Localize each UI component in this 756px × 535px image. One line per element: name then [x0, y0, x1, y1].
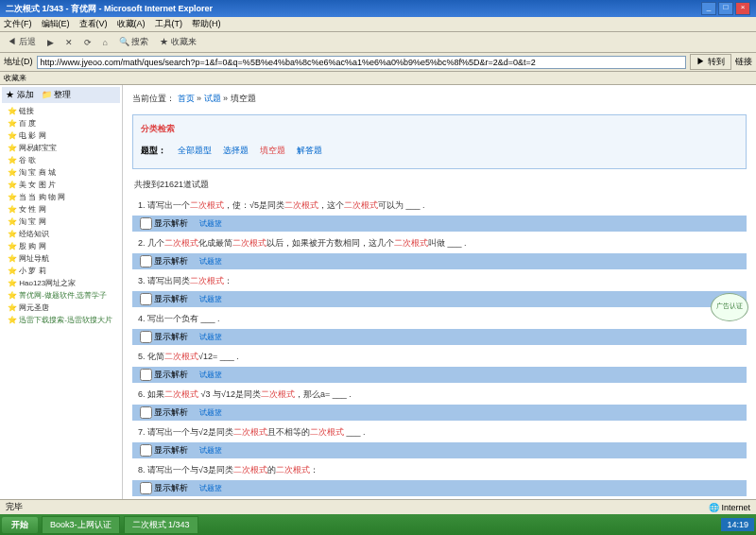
- question-text-4: 4. 写出一个负有 ___ .: [132, 308, 747, 329]
- sidebar-item-0[interactable]: ⭐ 链接: [2, 105, 120, 117]
- sidebar-item-17[interactable]: ⭐ 迅雷下载搜索-迅雷软搜大片: [2, 314, 120, 326]
- toolbar: ◀ 后退 ▶ ✕ ⟳ ⌂ 🔍 搜索 ★ 收藏来: [0, 32, 756, 53]
- menubar: 文件(F) 编辑(E) 查看(V) 收藏(A) 工具(T) 帮助(H): [0, 17, 756, 32]
- sidebar-manage-button[interactable]: 📁 整理: [42, 89, 72, 101]
- filter-label: 题型：: [141, 145, 166, 157]
- sidebar-item-15[interactable]: ⭐ 菁优网-做题软件,选菁学子: [2, 289, 120, 302]
- floating-badge[interactable]: 广告认证: [711, 293, 748, 321]
- start-button[interactable]: 开始: [2, 517, 38, 533]
- add-basket-1[interactable]: 试题篮: [199, 218, 222, 229]
- favorites-sidebar: ★ 添加 📁 整理 ⭐ 链接⭐ 百 度⭐ 电 影 网⭐ 网易邮宝宝⭐ 谷 歌⭐ …: [0, 85, 123, 509]
- minimize-button[interactable]: _: [701, 2, 716, 15]
- menu-edit[interactable]: 编辑(E): [42, 18, 70, 30]
- show-analysis-2[interactable]: 显示解析: [140, 255, 188, 268]
- sidebar-item-3[interactable]: ⭐ 网易邮宝宝: [2, 142, 120, 154]
- question-text-6: 6. 如果二次根式 √3 与√12是同类二次根式，那么a= ___ .: [132, 384, 747, 405]
- menu-file[interactable]: 文件(F): [4, 18, 32, 30]
- sidebar-item-11[interactable]: ⭐ 股 购 网: [2, 240, 120, 252]
- filter-type-0[interactable]: 全部题型: [178, 146, 212, 155]
- sidebar-item-12[interactable]: ⭐ 网址导航: [2, 252, 120, 265]
- show-analysis-4[interactable]: 显示解析: [140, 331, 188, 343]
- show-analysis-8[interactable]: 显示解析: [140, 482, 188, 494]
- question-text-8: 8. 请写出一个与√3是同类二次根式的二次根式：: [132, 459, 747, 480]
- question-text-2: 2. 几个二次根式化成最简二次根式以后，如果被开方数相同，这几个二次根式叫做 _…: [132, 233, 747, 253]
- add-basket-5[interactable]: 试题篮: [199, 370, 222, 380]
- sidebar-item-4[interactable]: ⭐ 谷 歌: [2, 154, 120, 166]
- filter-box: 分类检索 题型： 全部题型选择题填空题解答题: [132, 114, 747, 169]
- search-button[interactable]: 🔍 搜索: [115, 35, 153, 49]
- stop-button[interactable]: ✕: [61, 37, 77, 48]
- refresh-button[interactable]: ⟳: [80, 37, 95, 48]
- maximize-button[interactable]: □: [718, 2, 733, 15]
- forward-button[interactable]: ▶: [43, 37, 58, 48]
- filter-title: 分类检索: [141, 123, 738, 135]
- show-analysis-5[interactable]: 显示解析: [140, 369, 188, 381]
- breadcrumb: 当前位置： 首页 » 试题 » 填空题: [132, 89, 747, 109]
- filter-type-2[interactable]: 填空题: [260, 146, 285, 155]
- menu-tools[interactable]: 工具(T): [155, 18, 183, 30]
- sidebar-item-13[interactable]: ⭐ 小 萝 莉: [2, 265, 120, 277]
- sidebar-item-6[interactable]: ⭐ 美 女 图 片: [2, 179, 120, 191]
- add-basket-6[interactable]: 试题篮: [199, 407, 222, 418]
- links-label[interactable]: 链接: [735, 56, 752, 68]
- tray-clock: 14:19: [727, 520, 748, 529]
- show-analysis-1[interactable]: 显示解析: [140, 217, 188, 230]
- status-zone: 🌐 Internet: [709, 503, 750, 512]
- results-count: 共搜到21621道试题: [132, 175, 747, 195]
- address-label: 地址(D): [4, 56, 33, 68]
- show-analysis-7[interactable]: 显示解析: [140, 444, 188, 457]
- home-button[interactable]: ⌂: [99, 37, 112, 48]
- sidebar-item-8[interactable]: ⭐ 女 性 网: [2, 203, 120, 216]
- question-text-7: 7. 请写出一个与√2是同类二次根式且不相等的二次根式 ___ .: [132, 422, 747, 442]
- crumb-current: 填空题: [231, 94, 256, 103]
- window-title: 二次根式 1/343 - 育优网 - Microsoft Internet Ex…: [6, 3, 213, 15]
- menu-view[interactable]: 查看(V): [79, 18, 108, 30]
- add-basket-8[interactable]: 试题篮: [199, 483, 222, 493]
- sidebar-item-16[interactable]: ⭐ 网元圣唐: [2, 302, 120, 314]
- crumb-questions[interactable]: 试题: [204, 94, 221, 103]
- sidebar-item-7[interactable]: ⭐ 当 当 购 物 网: [2, 191, 120, 203]
- question-text-5: 5. 化简二次根式√12= ___ .: [132, 346, 747, 367]
- menu-favorites[interactable]: 收藏(A): [117, 18, 146, 30]
- close-button[interactable]: ×: [735, 2, 750, 15]
- add-basket-4[interactable]: 试题篮: [199, 332, 222, 342]
- show-analysis-6[interactable]: 显示解析: [140, 406, 188, 419]
- sidebar-item-10[interactable]: ⭐ 经络知识: [2, 228, 120, 240]
- add-basket-2[interactable]: 试题篮: [199, 256, 222, 267]
- sidebar-item-5[interactable]: ⭐ 淘 宝 商 城: [2, 166, 120, 179]
- show-analysis-3[interactable]: 显示解析: [140, 293, 188, 305]
- status-text: 完毕: [6, 501, 23, 513]
- sidebar-add-button[interactable]: ★ 添加: [6, 89, 34, 101]
- sidebar-item-1[interactable]: ⭐ 百 度: [2, 117, 120, 129]
- taskbar-item-2[interactable]: 二次根式 1/343: [124, 516, 198, 534]
- filter-type-1[interactable]: 选择题: [223, 146, 249, 155]
- system-tray[interactable]: 14:19: [721, 518, 754, 531]
- add-basket-3[interactable]: 试题篮: [199, 294, 222, 304]
- sidebar-item-2[interactable]: ⭐ 电 影 网: [2, 129, 120, 142]
- question-text-3: 3. 请写出同类二次根式：: [132, 270, 747, 291]
- sidebar-item-14[interactable]: ⭐ Hao123网址之家: [2, 277, 120, 289]
- question-text-1: 1. 请写出一个二次根式，使：√5是同类二次根式，这个二次根式可以为 ___ .: [132, 195, 747, 216]
- taskbar-item-1[interactable]: Book3-上网认证: [42, 516, 120, 534]
- favorites-button[interactable]: ★ 收藏来: [156, 35, 200, 49]
- sidebar-item-9[interactable]: ⭐ 淘 宝 网: [2, 216, 120, 228]
- menu-help[interactable]: 帮助(H): [192, 18, 221, 30]
- address-input[interactable]: [37, 56, 687, 69]
- favorites-bar-title: 收藏来: [0, 72, 756, 85]
- crumb-home[interactable]: 首页: [178, 94, 195, 103]
- add-basket-7[interactable]: 试题篮: [199, 445, 222, 456]
- filter-type-3[interactable]: 解答题: [297, 146, 322, 155]
- back-button[interactable]: ◀ 后退: [4, 35, 40, 49]
- go-button[interactable]: ▶ 转到: [690, 54, 731, 70]
